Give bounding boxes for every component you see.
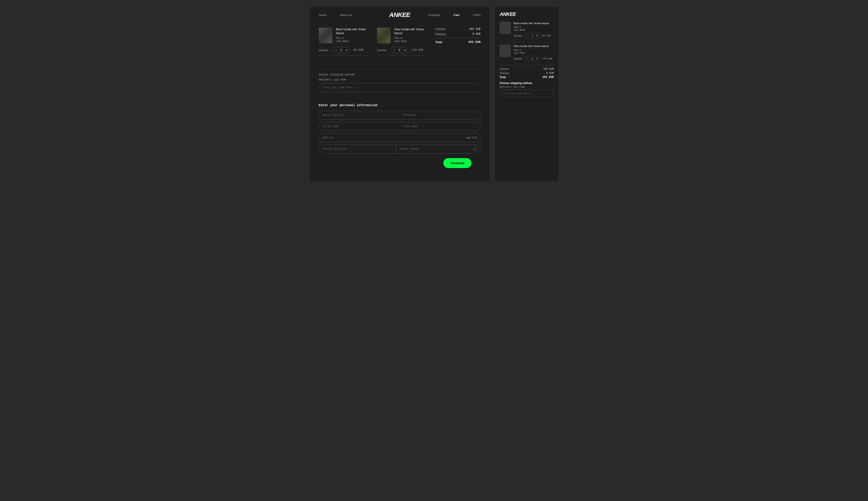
sidebar-size-2: Size: m — [514, 49, 554, 51]
cart-item-1-bottom: Quantity: - 1 + 85 EUR — [319, 47, 370, 53]
nav-lang[interactable]: FI/EN — [473, 13, 481, 17]
sidebar-size-1: Size: xl — [514, 26, 554, 28]
sidebar-image-1 — [500, 22, 511, 34]
sidebar-price-2: 170 EUR — [542, 57, 553, 60]
shipping-value: 0 EUR — [472, 33, 481, 36]
qty-increase-1[interactable]: + — [343, 47, 350, 53]
sidebar-qty-decrease-2[interactable]: - — [525, 56, 531, 61]
product-name-1: Black hoodie with 'Ankee leijona' — [336, 28, 370, 35]
sidebar-qty-label-2: Quantity: — [514, 57, 523, 60]
sidebar-zip-input[interactable] — [500, 90, 554, 97]
sidebar-zip-label: Delivery zip code — [500, 86, 554, 88]
summary-divider — [435, 38, 481, 38]
firstname-wrapper — [319, 122, 400, 131]
sidebar-qty-control-1: - 1 + — [525, 33, 540, 39]
sidebar-color-2: color: Olive — [514, 52, 554, 54]
sidebar-details-1: Black hoodie with 'Ankee leijona' Size: … — [514, 22, 554, 39]
sidebar-qty-decrease-1[interactable]: - — [525, 33, 531, 38]
nav-about[interactable]: About Us — [340, 13, 352, 17]
shipping-row: Shipping 0 EUR — [435, 33, 481, 36]
phone-input[interactable] — [396, 145, 473, 153]
sidebar-total-row: Total 255 EUR — [500, 76, 554, 79]
sidebar-shipping-value: 0 EUR — [546, 72, 554, 74]
sidebar-choose-shipping: Choose shipping method — [500, 82, 554, 85]
sidebar-qty-row-2: Quantity: - 2 + 170 EUR — [514, 56, 554, 62]
item-price-1: 85 EUR — [354, 49, 363, 52]
sidebar-shipping-row: Shipping 0 EUR — [500, 72, 554, 74]
product-image-1 — [319, 28, 332, 43]
hoodie-black-image — [319, 28, 332, 43]
qty-increase-2[interactable]: + — [402, 47, 408, 53]
postcode-input[interactable] — [400, 111, 480, 119]
product-color-2: color: Olive — [394, 40, 429, 42]
cart-item-2-bottom: Quantity: - 2 + 170 EUR — [377, 47, 429, 53]
shipping-label: Shipping — [435, 33, 446, 36]
cart-item-2: Olive hoodie with 'Ankee leijona' Size: … — [377, 28, 429, 56]
sidebar-color-1: color: Black — [514, 29, 554, 31]
email-input[interactable] — [319, 111, 400, 119]
sidebar-qty-val-1: 1 — [531, 34, 534, 37]
name-row — [319, 122, 481, 131]
lastname-input[interactable] — [400, 122, 480, 131]
sidebar-subtotal-row: Subtotal 255 EUR — [500, 67, 554, 70]
postcode-wrapper — [400, 111, 480, 119]
nav-logo: ANKEE — [389, 11, 410, 19]
sidebar-qty-increase-2[interactable]: + — [534, 56, 540, 61]
qty-decrease-2[interactable]: - — [391, 47, 397, 53]
postal-phone-row: i — [319, 145, 481, 153]
continue-button[interactable]: Continue — [443, 158, 471, 168]
qty-value-2: 2 — [397, 49, 402, 52]
sidebar-logo: ANKEE — [500, 11, 554, 17]
total-row: Total 255 EUR — [435, 41, 481, 44]
nav-home[interactable]: Home — [319, 13, 327, 17]
product-size-1: Size: xl — [336, 36, 370, 39]
sidebar-details-2: Olive hoodie with 'Ankee leijona' Size: … — [514, 44, 554, 61]
total-label: Total — [435, 41, 442, 44]
sidebar-name-2: Olive hoodie with 'Ankee leijona' — [514, 44, 554, 48]
sidebar-total-value: 255 EUR — [543, 76, 554, 79]
item-price-2: 170 EUR — [412, 49, 423, 52]
lastname-wrapper — [400, 122, 480, 131]
sidebar-divider-1 — [500, 42, 554, 42]
sidebar-qty-row-1: Quantity: - 1 + 85 EUR — [514, 33, 554, 39]
subtotal-label: Subtotal — [435, 28, 445, 31]
product-details-1: Black hoodie with 'Ankee leijona' Size: … — [336, 28, 370, 43]
product-image-2 — [377, 28, 390, 43]
add-co-link[interactable]: Add C/O — [463, 136, 480, 139]
sidebar-qty-increase-1[interactable]: + — [534, 33, 540, 38]
personal-section: Enter your personal information — [310, 97, 490, 173]
zip-label: Delivery zip code — [319, 78, 481, 81]
shipping-section: Choose shipping method Delivery zip code — [310, 65, 490, 97]
product-name-2: Olive hoodie with 'Ankee leijona' — [394, 28, 429, 35]
nav-right: Products Cart FI/EN — [410, 13, 481, 17]
sidebar-total-label: Total — [500, 76, 506, 79]
nav-products[interactable]: Products — [428, 13, 440, 17]
sidebar-name-1: Black hoodie with 'Ankee leijona' — [514, 22, 554, 25]
sidebar-subtotal-label: Subtotal — [500, 67, 509, 70]
sidebar-image-2 — [500, 44, 511, 57]
address-input[interactable] — [319, 134, 463, 142]
product-details-2: Olive hoodie with 'Ankee leijona' Size: … — [394, 28, 429, 43]
sidebar-price-1: 85 EUR — [542, 34, 551, 37]
zip-input[interactable] — [319, 83, 481, 92]
email-wrapper — [319, 111, 400, 119]
personal-section-title: Enter your personal information — [319, 104, 481, 107]
sidebar-item-2: Olive hoodie with 'Ankee leijona' Size: … — [500, 44, 554, 61]
quantity-label-1: Quantity: — [319, 49, 329, 52]
firstname-input[interactable] — [319, 122, 400, 131]
sidebar-qty-control-2: - 2 + — [525, 56, 540, 62]
postal-input[interactable] — [319, 145, 396, 153]
sidebar-qty-label-1: Quantity: — [514, 34, 523, 37]
item-divider-2 — [377, 55, 429, 56]
info-icon[interactable]: i — [473, 147, 478, 151]
cart-item-1-top: Black hoodie with 'Ankee leijona' Size: … — [319, 28, 370, 43]
qty-decrease-1[interactable]: - — [333, 47, 339, 53]
subtotal-value: 255 EUR — [469, 28, 481, 31]
cart-items-section: Black hoodie with 'Ankee leijona' Size: … — [310, 23, 490, 65]
nav-cart[interactable]: Cart — [454, 13, 460, 17]
hoodie-olive-image — [377, 28, 390, 43]
qty-value-1: 1 — [339, 49, 343, 52]
address-row: Add C/O — [319, 133, 481, 142]
subtotal-row: Subtotal 255 EUR — [435, 28, 481, 31]
main-panel: Home About Us ANKEE Products Cart FI/EN — [310, 7, 490, 182]
